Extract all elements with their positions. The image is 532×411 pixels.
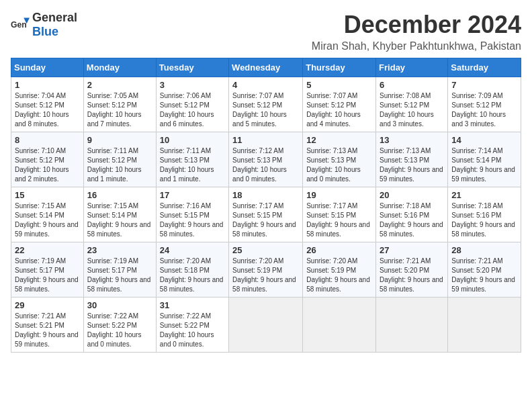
day-number: 20 bbox=[380, 190, 444, 200]
day-info: Sunrise: 7:20 AMSunset: 5:19 PMDaylight:… bbox=[306, 257, 372, 294]
day-info: Sunrise: 7:05 AMSunset: 5:12 PMDaylight:… bbox=[87, 91, 152, 129]
calendar-cell: 17Sunrise: 7:16 AMSunset: 5:15 PMDayligh… bbox=[156, 187, 228, 242]
calendar-table: SundayMondayTuesdayWednesdayThursdayFrid… bbox=[11, 58, 521, 353]
logo-general: General bbox=[32, 11, 77, 24]
calendar-cell: 5Sunrise: 7:07 AMSunset: 5:12 PMDaylight… bbox=[303, 77, 376, 132]
calendar-cell: 19Sunrise: 7:17 AMSunset: 5:15 PMDayligh… bbox=[303, 187, 376, 242]
day-info: Sunrise: 7:11 AMSunset: 5:13 PMDaylight:… bbox=[160, 146, 225, 184]
day-number: 28 bbox=[451, 245, 517, 255]
day-number: 6 bbox=[380, 80, 444, 90]
day-number: 8 bbox=[15, 135, 80, 145]
day-of-week-header: Tuesday bbox=[156, 58, 228, 77]
logo-icon: Gen bbox=[11, 15, 30, 34]
calendar-cell: 24Sunrise: 7:20 AMSunset: 5:18 PMDayligh… bbox=[156, 242, 228, 298]
calendar-cell bbox=[229, 298, 303, 353]
calendar-week-row: 15Sunrise: 7:15 AMSunset: 5:14 PMDayligh… bbox=[11, 187, 521, 242]
calendar-cell: 23Sunrise: 7:19 AMSunset: 5:17 PMDayligh… bbox=[83, 242, 156, 298]
calendar-cell: 26Sunrise: 7:20 AMSunset: 5:19 PMDayligh… bbox=[303, 242, 376, 298]
day-info: Sunrise: 7:15 AMSunset: 5:14 PMDaylight:… bbox=[15, 201, 80, 239]
day-number: 30 bbox=[87, 300, 152, 310]
day-number: 5 bbox=[306, 80, 372, 90]
day-number: 2 bbox=[87, 80, 152, 90]
day-of-week-header: Saturday bbox=[448, 58, 521, 77]
calendar-cell: 21Sunrise: 7:18 AMSunset: 5:16 PMDayligh… bbox=[448, 187, 521, 242]
calendar-week-row: 22Sunrise: 7:19 AMSunset: 5:17 PMDayligh… bbox=[11, 242, 521, 298]
day-number: 31 bbox=[160, 300, 225, 310]
day-number: 14 bbox=[451, 135, 517, 145]
day-info: Sunrise: 7:06 AMSunset: 5:12 PMDaylight:… bbox=[160, 91, 225, 129]
day-info: Sunrise: 7:08 AMSunset: 5:12 PMDaylight:… bbox=[380, 91, 444, 129]
calendar-cell: 7Sunrise: 7:09 AMSunset: 5:12 PMDaylight… bbox=[448, 77, 521, 132]
calendar-cell: 30Sunrise: 7:22 AMSunset: 5:22 PMDayligh… bbox=[83, 298, 156, 353]
day-of-week-header: Monday bbox=[83, 58, 156, 77]
day-number: 18 bbox=[232, 190, 299, 200]
calendar-week-row: 8Sunrise: 7:10 AMSunset: 5:12 PMDaylight… bbox=[11, 132, 521, 187]
svg-text:Gen: Gen bbox=[11, 20, 27, 30]
day-info: Sunrise: 7:16 AMSunset: 5:15 PMDaylight:… bbox=[160, 201, 225, 239]
day-info: Sunrise: 7:13 AMSunset: 5:13 PMDaylight:… bbox=[306, 146, 372, 184]
day-info: Sunrise: 7:04 AMSunset: 5:12 PMDaylight:… bbox=[15, 91, 80, 129]
calendar-cell: 11Sunrise: 7:12 AMSunset: 5:13 PMDayligh… bbox=[229, 132, 303, 187]
calendar-cell: 9Sunrise: 7:11 AMSunset: 5:12 PMDaylight… bbox=[83, 132, 156, 187]
day-info: Sunrise: 7:17 AMSunset: 5:15 PMDaylight:… bbox=[306, 201, 372, 239]
calendar-cell: 27Sunrise: 7:21 AMSunset: 5:20 PMDayligh… bbox=[376, 242, 448, 298]
day-number: 13 bbox=[380, 135, 444, 145]
day-number: 24 bbox=[160, 245, 225, 255]
day-number: 26 bbox=[306, 245, 372, 255]
day-info: Sunrise: 7:10 AMSunset: 5:12 PMDaylight:… bbox=[15, 146, 80, 184]
location-title: Miran Shah, Khyber Pakhtunkhwa, Pakistan bbox=[312, 40, 521, 52]
day-info: Sunrise: 7:22 AMSunset: 5:22 PMDaylight:… bbox=[87, 312, 152, 349]
calendar-cell: 1Sunrise: 7:04 AMSunset: 5:12 PMDaylight… bbox=[11, 77, 84, 132]
calendar-cell bbox=[448, 298, 521, 353]
day-number: 15 bbox=[15, 190, 80, 200]
day-info: Sunrise: 7:09 AMSunset: 5:12 PMDaylight:… bbox=[451, 91, 517, 129]
day-info: Sunrise: 7:21 AMSunset: 5:20 PMDaylight:… bbox=[451, 257, 517, 294]
day-number: 9 bbox=[87, 135, 152, 145]
day-info: Sunrise: 7:20 AMSunset: 5:18 PMDaylight:… bbox=[160, 257, 225, 294]
day-number: 10 bbox=[160, 135, 225, 145]
day-info: Sunrise: 7:07 AMSunset: 5:12 PMDaylight:… bbox=[306, 91, 372, 129]
day-info: Sunrise: 7:22 AMSunset: 5:22 PMDaylight:… bbox=[160, 312, 225, 349]
day-number: 11 bbox=[232, 135, 299, 145]
calendar-cell: 14Sunrise: 7:14 AMSunset: 5:14 PMDayligh… bbox=[448, 132, 521, 187]
day-info: Sunrise: 7:15 AMSunset: 5:14 PMDaylight:… bbox=[87, 201, 152, 239]
day-number: 19 bbox=[306, 190, 372, 200]
day-info: Sunrise: 7:21 AMSunset: 5:20 PMDaylight:… bbox=[380, 257, 444, 294]
day-number: 23 bbox=[87, 245, 152, 255]
calendar-cell: 12Sunrise: 7:13 AMSunset: 5:13 PMDayligh… bbox=[303, 132, 376, 187]
day-number: 17 bbox=[160, 190, 225, 200]
day-of-week-header: Sunday bbox=[11, 58, 84, 77]
day-number: 12 bbox=[306, 135, 372, 145]
calendar-cell: 31Sunrise: 7:22 AMSunset: 5:22 PMDayligh… bbox=[156, 298, 228, 353]
calendar-cell: 18Sunrise: 7:17 AMSunset: 5:15 PMDayligh… bbox=[229, 187, 303, 242]
calendar-week-row: 1Sunrise: 7:04 AMSunset: 5:12 PMDaylight… bbox=[11, 77, 521, 132]
day-info: Sunrise: 7:13 AMSunset: 5:13 PMDaylight:… bbox=[380, 146, 444, 184]
calendar-cell: 13Sunrise: 7:13 AMSunset: 5:13 PMDayligh… bbox=[376, 132, 448, 187]
calendar-cell: 16Sunrise: 7:15 AMSunset: 5:14 PMDayligh… bbox=[83, 187, 156, 242]
calendar-body: 1Sunrise: 7:04 AMSunset: 5:12 PMDaylight… bbox=[11, 77, 521, 353]
day-number: 1 bbox=[15, 80, 80, 90]
calendar-cell bbox=[303, 298, 376, 353]
title-area: December 2024 Miran Shah, Khyber Pakhtun… bbox=[312, 11, 521, 52]
day-number: 29 bbox=[15, 300, 80, 310]
month-title: December 2024 bbox=[312, 11, 521, 39]
calendar-cell: 2Sunrise: 7:05 AMSunset: 5:12 PMDaylight… bbox=[83, 77, 156, 132]
day-of-week-header: Thursday bbox=[303, 58, 376, 77]
day-number: 27 bbox=[380, 245, 444, 255]
day-number: 25 bbox=[232, 245, 299, 255]
day-info: Sunrise: 7:19 AMSunset: 5:17 PMDaylight:… bbox=[87, 257, 152, 294]
calendar-cell: 4Sunrise: 7:07 AMSunset: 5:12 PMDaylight… bbox=[229, 77, 303, 132]
calendar-cell: 10Sunrise: 7:11 AMSunset: 5:13 PMDayligh… bbox=[156, 132, 228, 187]
calendar-cell: 25Sunrise: 7:20 AMSunset: 5:19 PMDayligh… bbox=[229, 242, 303, 298]
day-info: Sunrise: 7:19 AMSunset: 5:17 PMDaylight:… bbox=[15, 257, 80, 294]
calendar-cell: 3Sunrise: 7:06 AMSunset: 5:12 PMDaylight… bbox=[156, 77, 228, 132]
day-info: Sunrise: 7:17 AMSunset: 5:15 PMDaylight:… bbox=[232, 201, 299, 239]
day-info: Sunrise: 7:14 AMSunset: 5:14 PMDaylight:… bbox=[451, 146, 517, 184]
day-info: Sunrise: 7:18 AMSunset: 5:16 PMDaylight:… bbox=[451, 201, 517, 239]
calendar-week-row: 29Sunrise: 7:21 AMSunset: 5:21 PMDayligh… bbox=[11, 298, 521, 353]
day-info: Sunrise: 7:20 AMSunset: 5:19 PMDaylight:… bbox=[232, 257, 299, 294]
day-number: 3 bbox=[160, 80, 225, 90]
day-number: 21 bbox=[451, 190, 517, 200]
calendar-cell: 6Sunrise: 7:08 AMSunset: 5:12 PMDaylight… bbox=[376, 77, 448, 132]
calendar-header-row: SundayMondayTuesdayWednesdayThursdayFrid… bbox=[11, 58, 521, 77]
